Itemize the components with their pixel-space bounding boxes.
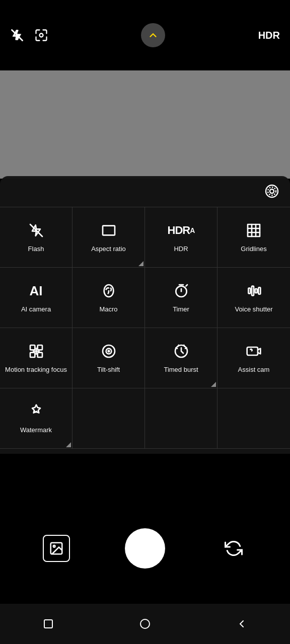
svg-rect-16 — [248, 288, 250, 294]
gallery-button[interactable] — [43, 535, 70, 562]
settings-circle-icon[interactable] — [264, 183, 280, 203]
svg-line-15 — [186, 285, 187, 286]
svg-rect-21 — [37, 345, 42, 350]
viewfinder — [0, 70, 290, 179]
home-button[interactable] — [133, 612, 157, 636]
svg-text:M: M — [34, 410, 38, 414]
back-button[interactable] — [230, 612, 254, 636]
grid-item-ai-camera[interactable]: AI AI camera — [0, 268, 72, 328]
bottom-controls — [0, 513, 290, 584]
assist-cam-icon — [246, 342, 262, 361]
svg-rect-7 — [248, 224, 260, 236]
grid-item-flash[interactable]: Flash — [0, 207, 72, 268]
flash-icon — [28, 221, 44, 240]
svg-rect-22 — [30, 353, 35, 357]
timer-label: Timer — [173, 305, 189, 314]
grid-item-aspect-ratio[interactable]: Aspect ratio — [72, 207, 145, 268]
flash-off-icon[interactable] — [10, 28, 24, 42]
svg-rect-6 — [103, 226, 115, 235]
grid-item-tilt-shift[interactable]: Tilt-shift — [72, 328, 145, 388]
grid-item-motion-tracking[interactable]: Motion tracking focus — [0, 328, 72, 388]
timed-burst-icon — [173, 342, 189, 361]
voice-shutter-label: Voice shutter — [235, 305, 272, 314]
macro-label: Macro — [99, 305, 117, 314]
gridlines-icon — [246, 221, 262, 240]
assist-cam-label: Assist cam — [238, 366, 270, 374]
gridlines-label: Gridlines — [241, 245, 266, 254]
flip-camera-button[interactable] — [220, 535, 247, 562]
motion-tracking-label: Motion tracking focus — [5, 366, 67, 374]
timer-icon — [173, 281, 189, 300]
aspect-ratio-icon — [101, 221, 117, 240]
svg-point-35 — [53, 545, 55, 547]
hdr-label-cell: HDR — [174, 245, 188, 254]
svg-rect-23 — [37, 353, 42, 357]
aspect-ratio-label: Aspect ratio — [91, 245, 126, 254]
ai-camera-label: AI camera — [21, 305, 51, 314]
svg-rect-20 — [30, 345, 35, 350]
hdr-icon: HDRA — [168, 221, 195, 240]
grid-item-voice-shutter[interactable]: Voice shutter — [218, 268, 290, 328]
panel-header — [0, 176, 290, 207]
svg-point-1 — [40, 34, 43, 37]
svg-rect-17 — [252, 286, 254, 296]
chevron-up-button[interactable] — [141, 23, 165, 47]
grid-item-timer[interactable]: Timer — [145, 268, 218, 328]
watermark-label: Watermark — [20, 426, 52, 435]
svg-point-4 — [268, 187, 276, 195]
shutter-button[interactable] — [125, 528, 165, 569]
top-bar: HDR — [0, 0, 290, 70]
grid-item-empty-3 — [218, 388, 290, 449]
grid-item-watermark[interactable]: M Watermark — [0, 388, 72, 449]
watermark-icon: M — [28, 402, 44, 421]
settings-panel: Flash Aspect ratio HDRA HDR — [0, 176, 290, 454]
svg-point-37 — [140, 619, 150, 628]
svg-rect-18 — [255, 289, 257, 293]
focus-icon[interactable] — [34, 28, 48, 42]
grid-item-empty-1 — [72, 388, 145, 449]
voice-shutter-icon — [246, 281, 262, 300]
recent-apps-button[interactable] — [36, 612, 60, 636]
grid-item-assist-cam[interactable]: Assist cam — [218, 328, 290, 388]
grid-item-hdr[interactable]: HDRA HDR — [145, 207, 218, 268]
tilt-shift-icon — [101, 342, 117, 361]
svg-point-3 — [270, 189, 274, 193]
settings-grid: Flash Aspect ratio HDRA HDR — [0, 207, 290, 449]
nav-bar — [0, 604, 290, 644]
motion-tracking-icon — [28, 342, 44, 361]
grid-item-timed-burst[interactable]: Timed burst — [145, 328, 218, 388]
svg-rect-19 — [258, 287, 260, 294]
grid-item-macro[interactable]: Macro — [72, 268, 145, 328]
macro-icon — [101, 281, 117, 300]
svg-rect-32 — [247, 347, 258, 355]
grid-item-gridlines[interactable]: Gridlines — [218, 207, 290, 268]
svg-point-30 — [108, 351, 109, 352]
timed-burst-label: Timed burst — [164, 366, 198, 374]
hdr-label[interactable]: HDR — [258, 30, 280, 41]
grid-item-empty-2 — [145, 388, 218, 449]
ai-camera-icon: AI — [30, 281, 43, 300]
svg-rect-36 — [44, 620, 52, 628]
flash-label: Flash — [28, 245, 44, 254]
tilt-shift-label: Tilt-shift — [97, 366, 120, 374]
